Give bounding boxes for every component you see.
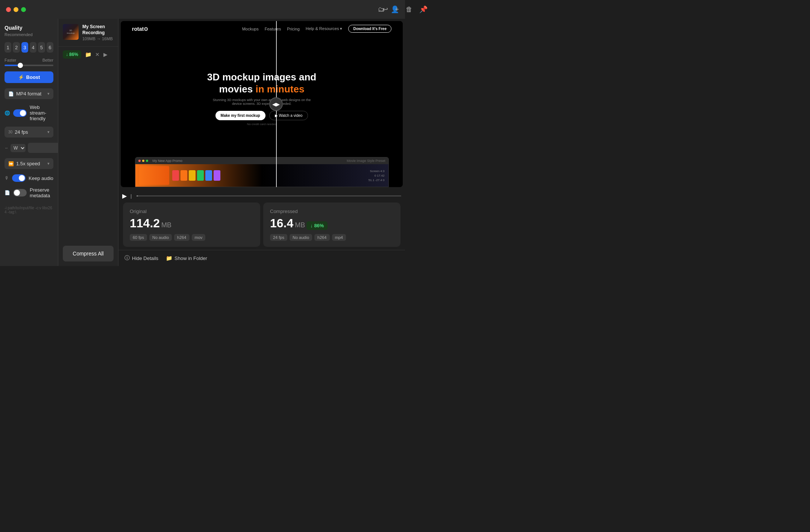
compressed-meta: 24 fps No audio h264 mp4 <box>270 234 394 241</box>
recommended-label: Recommended <box>5 32 53 37</box>
globe-icon: 🌐 <box>5 110 10 116</box>
quality-4[interactable]: 4 <box>30 42 36 53</box>
file-name: My Screen Recording <box>82 24 114 36</box>
chevron-down-icon: ▾ <box>47 91 50 96</box>
play-button[interactable]: ▶ <box>122 192 127 200</box>
faster-label: Faster <box>5 58 16 62</box>
play-file-icon[interactable]: ▶ <box>103 51 108 57</box>
preserve-meta-row: 📄 Preserve metadata <box>5 187 53 198</box>
web-stream-row: 🌐 Web stream-friendly <box>5 104 53 121</box>
app-dot-red <box>138 160 141 162</box>
close-button[interactable] <box>6 7 11 12</box>
format-label: MP4 format <box>16 91 45 97</box>
boost-button[interactable]: ⚡ Boost <box>5 71 53 83</box>
compressed-title: Compressed <box>270 209 394 214</box>
keep-audio-toggle[interactable] <box>12 174 26 182</box>
format-dropdown[interactable]: 📄 MP4 format ▾ <box>5 88 53 99</box>
show-in-folder-button[interactable]: 📁 Show in Folder <box>166 255 207 261</box>
width-input[interactable] <box>28 143 58 153</box>
width-row: ↔ W H px <box>5 143 53 153</box>
add-icon[interactable]: + <box>395 6 399 14</box>
folder-open-icon: 📁 <box>166 255 172 261</box>
speed-dropdown[interactable]: ⏩ 1.5x speed ▾ <box>5 158 53 169</box>
compressed-badge: ↓ 86% <box>306 221 328 230</box>
compressed-audio-tag: No audio <box>290 234 312 241</box>
file-actions: ↓ 86% 📁 ✕ ▶ <box>58 47 118 62</box>
speed-slider[interactable] <box>5 65 53 66</box>
compressed-value: 16.4 MB ↓ 86% <box>270 216 394 230</box>
quality-3[interactable]: 3 <box>21 42 28 53</box>
color-blocks <box>172 170 220 181</box>
quality-buttons: 1 2 3 4 5 6 <box>5 42 53 53</box>
original-audio-tag: No audio <box>149 234 172 241</box>
watch-video-btn[interactable]: ▶ Watch a video <box>269 111 308 120</box>
stats-row: Original 114.2 MB 60 fps No audio h264 m… <box>118 203 405 247</box>
undo-icon[interactable]: ↩ <box>382 5 388 14</box>
info-icon: ⓘ <box>124 255 130 261</box>
close-file-icon[interactable]: ✕ <box>95 51 100 57</box>
mockup-headline: 3D mockup images and movies in minutes <box>202 71 322 95</box>
original-title: Original <box>130 209 253 214</box>
mockup-nav: rotat⊙ Mockups Features Pricing Help & R… <box>121 21 403 36</box>
progress-fill <box>137 195 138 196</box>
bottom-actions: ⓘ Hide Details 📁 Show in Folder <box>118 250 405 266</box>
width-icon: ↔ <box>5 146 8 150</box>
speed-icon: ⏩ <box>8 161 14 166</box>
original-stat-card: Original 114.2 MB 60 fps No audio h264 m… <box>123 203 260 247</box>
compressed-fps-tag: 24 fps <box>270 234 287 241</box>
original-fps-tag: 60 fps <box>130 234 147 241</box>
cmd-line: -i path/to/input/file -c:v libx264 -tag:… <box>5 204 53 216</box>
preserve-meta-label: Preserve metadata <box>30 187 53 198</box>
mockup-nav-items: Mockups Features Pricing Help & Resource… <box>242 25 391 33</box>
speed-row: Faster Better <box>5 58 53 66</box>
fps-dropdown[interactable]: 30 24 fps ▾ <box>5 127 53 138</box>
mockup-credit: No credit card needed <box>247 122 277 126</box>
video-preview: rotat⊙ Mockups Features Pricing Help & R… <box>121 21 403 187</box>
original-value: 114.2 MB <box>130 216 253 230</box>
playback-bar: ▶ | <box>118 189 405 203</box>
chevron-speed-icon: ▾ <box>47 161 50 166</box>
quality-5[interactable]: 5 <box>38 42 45 53</box>
original-format-tag: mov <box>192 234 206 241</box>
preserve-meta-toggle[interactable] <box>13 189 27 196</box>
quality-6[interactable]: 6 <box>47 42 53 53</box>
fps-icon: 30 <box>8 130 12 134</box>
mockup-cta-buttons: Make my first mockup ▶ Watch a video <box>215 111 308 120</box>
keep-audio-row: 🎙 Keep audio <box>5 174 53 182</box>
original-meta: 60 fps No audio h264 mov <box>130 234 253 241</box>
hide-details-button[interactable]: ⓘ Hide Details <box>124 255 158 261</box>
progress-track[interactable] <box>137 195 401 196</box>
web-stream-toggle[interactable] <box>13 109 27 117</box>
file-info: My Screen Recording 109MB → 16MB <box>82 24 114 41</box>
quality-1[interactable]: 1 <box>5 42 11 53</box>
mockup-site: rotat⊙ Mockups Features Pricing Help & R… <box>121 21 403 187</box>
format-icon: 📄 <box>8 91 14 97</box>
better-label: Better <box>42 58 53 62</box>
file-item: 3Dmockup My Screen Recording 109MB → 16M… <box>58 19 118 47</box>
open-folder-icon[interactable]: 📁 <box>85 51 91 57</box>
make-mockup-btn[interactable]: Make my first mockup <box>215 111 265 120</box>
mockup-sub: Stunning 3D mockups with your own app an… <box>209 98 314 106</box>
file-size: 109MB → 16MB <box>82 36 114 41</box>
titlebar: ↩ + 🗑 📌 🗂 👤 <box>0 0 405 19</box>
app-dot-yellow <box>142 160 144 162</box>
width-dimension-select[interactable]: W H <box>11 144 26 152</box>
minimize-button[interactable] <box>14 7 18 12</box>
app-preview-body: Screen 4:3 0 17.42 51.1 -27.4 0 <box>135 164 388 187</box>
mockup-app-preview: My New App Promo Movie Image Style Prese… <box>135 157 389 187</box>
maximize-button[interactable] <box>21 7 26 12</box>
quality-2[interactable]: 2 <box>13 42 20 53</box>
meta-icon: 📄 <box>5 190 10 195</box>
compressed-format-tag: mp4 <box>332 234 346 241</box>
sidebar: Quality Recommended 1 2 3 4 5 6 Faster B… <box>0 19 58 266</box>
compress-all-button[interactable]: Compress All <box>63 246 114 261</box>
chevron-fps-icon: ▾ <box>47 130 50 135</box>
app-dot-green <box>146 160 148 162</box>
web-stream-label: Web stream-friendly <box>30 104 53 121</box>
mockup-hero: 3D mockup images and movies in minutes S… <box>194 36 329 157</box>
scrubber-handle[interactable]: ◀▶ <box>269 97 283 111</box>
compressed-stat-card: Compressed 16.4 MB ↓ 86% 24 fps No audio… <box>263 203 400 247</box>
middle-panel: 3Dmockup My Screen Recording 109MB → 16M… <box>58 19 118 266</box>
original-codec-tag: h264 <box>174 234 189 241</box>
main-layout: Quality Recommended 1 2 3 4 5 6 Faster B… <box>0 19 405 266</box>
